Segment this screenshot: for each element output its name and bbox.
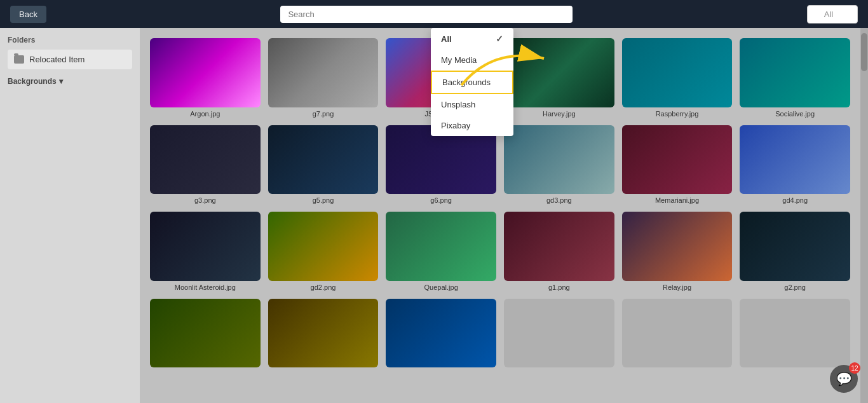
image-label: gd2.png <box>268 283 379 291</box>
image-thumbnail <box>504 125 614 195</box>
image-thumbnail <box>150 125 261 195</box>
image-cell[interactable]: Quepal.jpg <box>386 212 496 291</box>
image-label: g3.png <box>150 196 261 204</box>
dropdown-menu: All✓My MediaBackgroundsUnsplashPixabay <box>431 28 513 136</box>
image-thumbnail <box>622 299 733 368</box>
image-label: gd4.png <box>740 196 850 204</box>
image-thumbnail <box>150 38 261 107</box>
search-bar <box>280 6 573 23</box>
image-thumbnail <box>268 299 379 368</box>
folders-label: Folders <box>8 36 132 44</box>
image-cell[interactable] <box>622 299 733 371</box>
folder-icon <box>14 55 24 64</box>
checkmark-icon: ✓ <box>496 34 503 44</box>
image-thumbnail <box>740 125 850 195</box>
image-cell[interactable] <box>504 299 614 371</box>
search-input[interactable] <box>280 6 573 23</box>
folder-item-label: Relocated Item <box>29 55 85 64</box>
image-cell[interactable]: gd2.png <box>268 212 379 291</box>
image-cell[interactable]: Argon.jpg <box>150 38 261 118</box>
image-cell[interactable] <box>268 299 379 371</box>
image-label: gd3.png <box>504 196 614 204</box>
image-label: Harvey.jpg <box>504 110 614 118</box>
image-label: Memariani.jpg <box>622 196 733 204</box>
image-thumbnail <box>622 125 733 195</box>
scrollbar-thumb[interactable] <box>861 33 867 71</box>
image-label: g2.png <box>740 283 850 291</box>
dropdown-item[interactable]: Backgrounds <box>431 71 513 94</box>
folder-item-relocated[interactable]: Relocated Item <box>8 50 132 69</box>
image-thumbnail <box>504 299 614 368</box>
image-cell[interactable]: Socialive.jpg <box>740 38 850 118</box>
image-cell[interactable]: Relay.jpg <box>622 212 733 291</box>
dropdown-item-label: Unsplash <box>441 100 475 109</box>
image-cell[interactable]: gd3.png <box>504 125 614 205</box>
sidebar: Folders Relocated Item Backgrounds ▾ <box>0 28 140 403</box>
backgrounds-section: Backgrounds ▾ <box>8 77 132 86</box>
image-cell[interactable] <box>740 299 850 371</box>
backgrounds-chevron: ▾ <box>59 77 63 86</box>
image-thumbnail <box>268 125 379 195</box>
image-label: Relay.jpg <box>622 283 733 291</box>
image-thumbnail <box>740 212 850 281</box>
back-button[interactable]: Back <box>10 6 46 23</box>
dropdown-item-label: My Media <box>441 55 477 65</box>
image-cell[interactable]: g3.png <box>150 125 261 205</box>
dropdown-item-label: All <box>441 34 452 44</box>
image-thumbnail <box>740 38 850 107</box>
image-cell[interactable] <box>386 299 496 371</box>
image-label: Argon.jpg <box>150 110 261 118</box>
image-cell[interactable]: Raspberry.jpg <box>622 38 733 118</box>
image-cell[interactable]: g5.png <box>268 125 379 205</box>
image-thumbnail <box>150 299 261 368</box>
chat-badge: 12 <box>849 362 860 374</box>
dropdown-item-label: Pixabay <box>441 121 470 130</box>
image-label: Socialive.jpg <box>740 110 850 118</box>
dropdown-item[interactable]: All✓ <box>431 28 513 50</box>
image-thumbnail <box>386 299 496 368</box>
image-label: Raspberry.jpg <box>622 110 733 118</box>
backgrounds-title[interactable]: Backgrounds ▾ <box>8 77 132 86</box>
image-thumbnail <box>386 212 496 281</box>
image-thumbnail <box>504 38 614 107</box>
image-label: g6.png <box>386 196 496 204</box>
image-cell[interactable]: Moonlit Asteroid.jpg <box>150 212 261 291</box>
image-label: Moonlit Asteroid.jpg <box>150 283 261 291</box>
image-thumbnail <box>504 212 614 281</box>
backgrounds-label: Backgrounds <box>8 77 57 86</box>
image-cell[interactable]: g2.png <box>740 212 850 291</box>
image-cell[interactable]: Harvey.jpg <box>504 38 614 118</box>
image-cell[interactable]: Memariani.jpg <box>622 125 733 205</box>
image-thumbnail <box>150 212 261 281</box>
chat-icon: 💬 <box>836 371 852 386</box>
filter-dropdown-button[interactable]: All <box>807 5 858 24</box>
image-cell[interactable] <box>150 299 261 371</box>
image-label: g5.png <box>268 196 379 204</box>
image-thumbnail <box>740 299 850 368</box>
dropdown-item[interactable]: Pixabay <box>431 115 513 136</box>
dropdown-item[interactable]: Unsplash <box>431 94 513 115</box>
dropdown-item-label: Backgrounds <box>442 78 491 87</box>
image-label: Quepal.jpg <box>386 283 496 291</box>
image-cell[interactable]: g1.png <box>504 212 614 291</box>
image-label: g1.png <box>504 283 614 291</box>
image-cell[interactable]: g6.png <box>386 125 496 205</box>
image-thumbnail <box>268 212 379 281</box>
image-thumbnail <box>268 38 379 107</box>
image-cell[interactable]: g7.png <box>268 38 379 118</box>
dropdown-item[interactable]: My Media <box>431 50 513 71</box>
top-bar: Back All <box>0 0 868 28</box>
image-label: g7.png <box>268 110 379 118</box>
image-thumbnail <box>622 212 733 281</box>
image-cell[interactable]: gd4.png <box>740 125 850 205</box>
image-thumbnail <box>622 38 733 107</box>
chat-button[interactable]: 💬 12 <box>830 365 858 393</box>
scrollbar-track[interactable] <box>860 28 868 403</box>
